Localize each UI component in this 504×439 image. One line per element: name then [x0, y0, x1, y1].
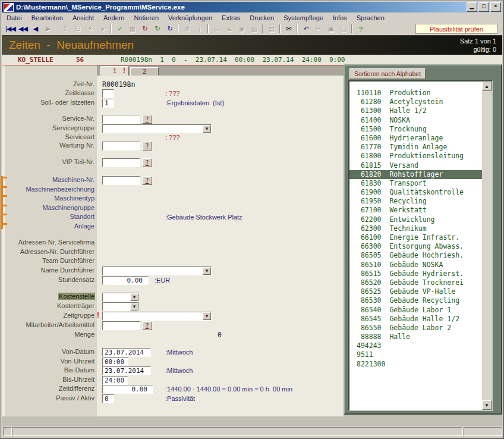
- kostenstelle-dropdown[interactable]: ▾: [102, 293, 139, 302]
- list-item-selected[interactable]: 61820 Rohstofflager: [349, 170, 482, 179]
- field-label-serviceart: Serviceart: [5, 133, 95, 140]
- menu-item-notieren[interactable]: Notieren: [129, 14, 163, 22]
- zeitdifferenz-input[interactable]: 0.00: [102, 385, 153, 394]
- list-item[interactable]: 61900 Qualitätskontrolle: [357, 188, 482, 197]
- zeit-nr-value: R000198n: [102, 80, 135, 89]
- chevron-down-icon[interactable]: ▾: [203, 267, 211, 275]
- menu-item-verknüpfungen[interactable]: Verknüpfungen: [163, 14, 217, 22]
- mail-icon[interactable]: ✉: [282, 24, 295, 35]
- menu-item-extras[interactable]: Extras: [217, 14, 245, 22]
- mitarbeiter-arbeitsmittel-input[interactable]: [102, 321, 140, 330]
- menu-item-bearbeiten[interactable]: Bearbeiten: [27, 14, 68, 22]
- zeitklasse-input[interactable]: [102, 89, 114, 98]
- plausibility-check-button[interactable]: Plausibilität prüfen: [415, 24, 497, 34]
- passiv-aktiv-input[interactable]: 0: [102, 394, 114, 403]
- service-nr-lookup-button[interactable]: ?: [142, 115, 152, 124]
- form-row-vip-teil-nr: VIP Teil-Nr.?: [5, 158, 344, 167]
- list-item[interactable]: 8221300: [357, 360, 482, 369]
- menu-item-drucken[interactable]: Drucken: [245, 14, 279, 22]
- list-item[interactable]: 86515 Gebäude Hydrierst.: [357, 269, 482, 278]
- list-item[interactable]: 66300 Entsorgung Abwass.: [357, 242, 482, 251]
- toolbar-separator: [207, 24, 209, 33]
- help-icon[interactable]: ?: [354, 24, 367, 35]
- list-item[interactable]: 61770 Tymidin Anlage: [357, 143, 482, 152]
- maschinen-nr-input[interactable]: [102, 176, 140, 185]
- list-item[interactable]: 61800 Produktionsleitung: [357, 152, 482, 161]
- list-item[interactable]: 86545 Gebäude Halle 1/2: [357, 315, 482, 324]
- list-item[interactable]: 61950 Recycling: [357, 197, 482, 206]
- list-item[interactable]: 62300 Technikum: [357, 224, 482, 233]
- scroll-up-icon[interactable]: ▲: [482, 81, 492, 91]
- import-icon: ⇧: [59, 24, 71, 35]
- bis-uhrzeit-input[interactable]: 24:00: [102, 376, 128, 385]
- menu-item-datei[interactable]: Datei: [2, 14, 27, 22]
- list-item[interactable]: 86520 Gebäude Trocknerei: [357, 278, 482, 287]
- list-item[interactable]: 9511: [357, 350, 482, 359]
- vip-teil-nr-lookup-button[interactable]: ?: [142, 158, 152, 167]
- scroll-down-icon[interactable]: ▼: [482, 400, 492, 410]
- list-item[interactable]: 61815 Versand: [357, 161, 482, 170]
- list-item[interactable]: 86525 Gebäude VP-Halle: [357, 287, 482, 296]
- menu-item-systempflege[interactable]: Systempflege: [279, 14, 328, 22]
- first-record-icon[interactable]: |◀◀: [4, 24, 17, 35]
- list-item[interactable]: 67100 Werkstatt: [357, 206, 482, 215]
- von-uhrzeit-input[interactable]: 00:00: [102, 358, 128, 366]
- prev-fast-icon[interactable]: ◀◀: [17, 24, 29, 35]
- print-icon: ▤: [265, 24, 278, 35]
- menu-item-infos[interactable]: Infos: [328, 14, 352, 22]
- stundensatz-input[interactable]: 0.00: [102, 276, 149, 285]
- name-durchführer-dropdown[interactable]: ▾: [102, 266, 212, 275]
- menu-item-sprachen[interactable]: Sprachen: [352, 14, 389, 22]
- list-item[interactable]: 86540 Gebäude Labor 1: [357, 306, 482, 315]
- menu-item-ändern[interactable]: Ändern: [99, 14, 129, 22]
- wartung-nr-lookup-button[interactable]: ?: [142, 142, 152, 150]
- kostenträger-dropdown[interactable]: ▾: [102, 302, 139, 311]
- chevron-down-icon[interactable]: ▾: [130, 303, 138, 311]
- list-item[interactable]: 61830 Transport: [357, 179, 482, 188]
- list-item[interactable]: 494243: [357, 341, 482, 350]
- zeitgruppe-dropdown[interactable]: ▾: [102, 312, 212, 321]
- confirm-icon[interactable]: ✓: [114, 24, 126, 35]
- vip-teil-nr-input[interactable]: [102, 158, 140, 167]
- list-item[interactable]: 61280 Acetylcystein: [357, 98, 482, 106]
- bis-datum-input[interactable]: 23.07.2014: [102, 366, 151, 375]
- status-bar: [2, 426, 502, 437]
- mitarbeiter-arbeitsmittel-lookup-button[interactable]: ?: [142, 321, 152, 330]
- servicegruppe-dropdown[interactable]: ▾: [102, 124, 212, 133]
- list-item[interactable]: 86510 Gebäude NOSKA: [357, 261, 482, 269]
- maximize-button[interactable]: □: [478, 2, 489, 12]
- prev-record-icon[interactable]: ◀: [29, 24, 42, 35]
- close-button[interactable]: ×: [490, 2, 501, 12]
- chevron-down-icon[interactable]: ▾: [130, 293, 138, 301]
- list-item[interactable]: 88888 Halle: [357, 333, 482, 341]
- von-datum-input[interactable]: 23.07.2014: [102, 348, 151, 357]
- service-nr-input[interactable]: [102, 115, 140, 124]
- undo-icon[interactable]: ↶: [300, 24, 312, 35]
- list-item[interactable]: 86550 Gebäude Labor 2: [357, 324, 482, 333]
- soll-oder-istzeiten-input[interactable]: 1: [102, 99, 114, 108]
- list-item[interactable]: 61600 Hydrieranlage: [357, 134, 482, 143]
- field-label-standort: Standort: [5, 213, 95, 220]
- list-item[interactable]: 86505 Gebäude Hochriesh.: [357, 251, 482, 260]
- field-label-bis-datum: Bis-Datum: [5, 366, 95, 374]
- form-row-bis-datum: Bis-Datum23.07.2014:Mittwoch: [5, 366, 344, 375]
- refresh-green-icon[interactable]: ↻: [151, 24, 163, 35]
- menu-item-ansicht[interactable]: Ansicht: [68, 14, 99, 22]
- list-item[interactable]: 61500 Trocknung: [357, 125, 482, 134]
- minimize-button[interactable]: ▁: [467, 2, 477, 12]
- refresh-red-icon[interactable]: ↻: [138, 24, 151, 35]
- list-scrollbar[interactable]: ▲ ▼: [482, 81, 492, 410]
- chevron-down-icon[interactable]: ▾: [203, 312, 211, 320]
- list-item[interactable]: 62200 Entwicklung: [357, 215, 482, 224]
- list-item[interactable]: 110110 Produktion: [357, 89, 482, 98]
- list-item[interactable]: 66100 Energie Infrastr.: [357, 233, 482, 242]
- maschinen-nr-lookup-button[interactable]: ?: [142, 176, 152, 185]
- list-item[interactable]: 86530 Gebäude Recycling: [357, 296, 482, 305]
- sort-alphabet-button[interactable]: Sortieren nach Alphabet: [349, 68, 426, 79]
- list-item[interactable]: 61400 NOSKA: [357, 116, 482, 125]
- chevron-down-icon[interactable]: ▾: [203, 125, 211, 133]
- field-label-passiv-aktiv: Passiv / Aktiv: [5, 394, 95, 402]
- refresh-blue-icon[interactable]: ↻: [163, 24, 176, 35]
- list-item[interactable]: 61300 Halle 1/2: [357, 106, 482, 115]
- wartung-nr-input[interactable]: [102, 142, 140, 150]
